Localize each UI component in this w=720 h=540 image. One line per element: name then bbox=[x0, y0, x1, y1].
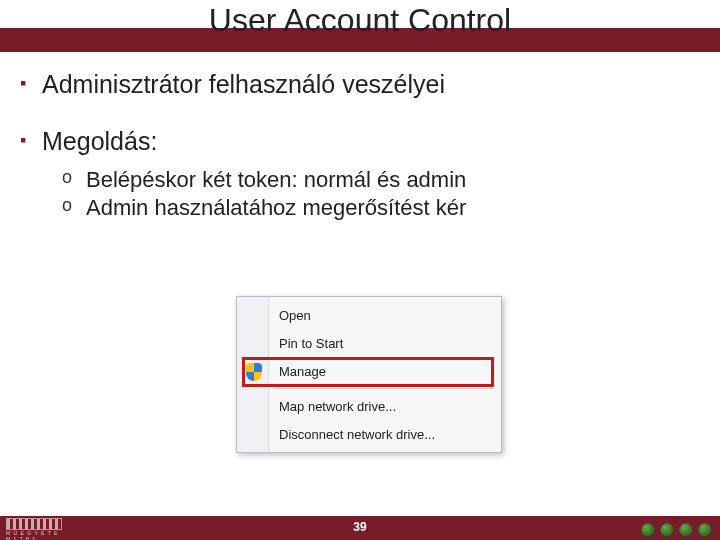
bullet-admin-risk: Adminisztrátor felhasználó veszélyei bbox=[20, 70, 700, 99]
menu-item-pin: Pin to Start bbox=[269, 329, 501, 357]
title-bar: User Account Control bbox=[0, 0, 720, 56]
footer-badges bbox=[641, 523, 712, 537]
page-title: User Account Control bbox=[0, 0, 720, 39]
subbullet-two-tokens: Belépéskor két token: normál és admin bbox=[62, 166, 700, 194]
uac-shield-icon bbox=[246, 363, 262, 381]
context-menu-screenshot: Open Pin to Start Manage Map network dri… bbox=[236, 296, 502, 453]
menu-item-manage: Manage bbox=[269, 357, 501, 385]
badge-icon bbox=[698, 523, 712, 537]
badge-icon bbox=[641, 523, 655, 537]
menu-item-map: Map network drive... bbox=[269, 392, 501, 420]
menu-item-disconnect: Disconnect network drive... bbox=[269, 420, 501, 448]
menu-item-open: Open bbox=[269, 301, 501, 329]
footer-logo: M Ű E G Y E T E M 1 7 8 2 bbox=[6, 518, 62, 538]
badge-icon bbox=[679, 523, 693, 537]
content-area: Adminisztrátor felhasználó veszélyei Meg… bbox=[0, 56, 720, 221]
badge-icon bbox=[660, 523, 674, 537]
bullet-solution-label: Megoldás: bbox=[42, 127, 157, 155]
bullet-solution: Megoldás: Belépéskor két token: normál é… bbox=[20, 127, 700, 221]
page-number: 39 bbox=[0, 520, 720, 534]
subbullet-confirm: Admin használatához megerősítést kér bbox=[62, 194, 700, 222]
